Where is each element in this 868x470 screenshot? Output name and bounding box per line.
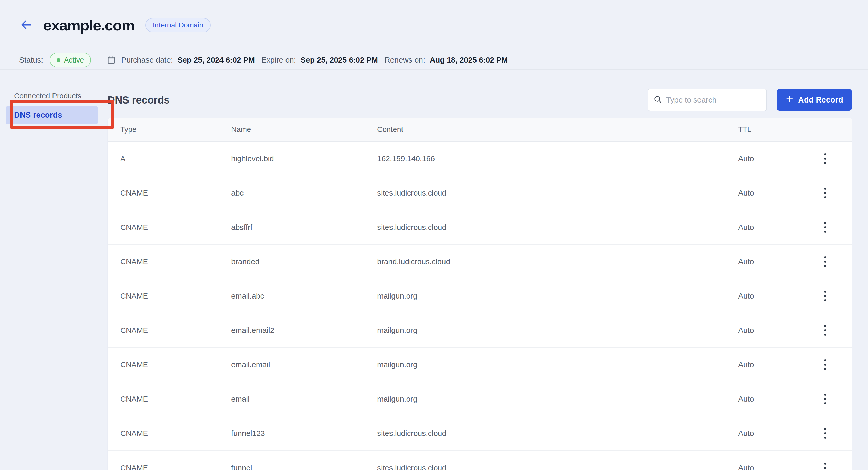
cell-name: funnel	[231, 464, 377, 470]
table-row: CNAME email.abc mailgun.org Auto	[107, 279, 852, 314]
cell-name: absffrf	[231, 223, 377, 232]
search-box	[648, 89, 767, 111]
cell-content: mailgun.org	[377, 292, 738, 300]
cell-actions	[809, 459, 841, 470]
cell-ttl: Auto	[738, 326, 809, 335]
main-panel: DNS records	[107, 70, 868, 470]
search-input[interactable]	[666, 96, 765, 104]
status-dot-icon	[57, 58, 60, 62]
cell-type: CNAME	[107, 395, 231, 403]
purchase-date-value: Sep 25, 2024 6:02 PM	[178, 56, 255, 64]
cell-name: email.abc	[231, 292, 377, 300]
status-label: Status:	[19, 56, 43, 64]
cell-name: branded	[231, 257, 377, 266]
column-header-name: Name	[231, 125, 377, 134]
cell-ttl: Auto	[738, 188, 809, 197]
cell-ttl: Auto	[738, 257, 809, 266]
cell-actions	[809, 424, 841, 442]
purchase-date-label: Purchase date:	[121, 56, 173, 64]
table-controls: Add Record	[648, 89, 852, 111]
section-title: DNS records	[107, 94, 169, 106]
sidebar-item-label: DNS records	[14, 111, 62, 120]
main-header: DNS records	[107, 88, 852, 112]
cell-ttl: Auto	[738, 292, 809, 300]
page-header: example.com Internal Domain	[0, 0, 868, 35]
table-body: A highlevel.bid 162.159.140.166 Auto CNA…	[107, 142, 852, 470]
cell-content: sites.ludicrous.cloud	[377, 429, 738, 438]
cell-name: email.email2	[231, 326, 377, 335]
kebab-menu-icon[interactable]	[820, 184, 830, 202]
table-row: CNAME branded brand.ludicrous.cloud Auto	[107, 245, 852, 279]
cell-actions	[809, 356, 841, 374]
search-icon	[654, 95, 662, 105]
domain-detail-page: example.com Internal Domain Status: Acti…	[0, 0, 868, 470]
cell-ttl: Auto	[738, 360, 809, 369]
cell-actions	[809, 321, 841, 339]
cell-name: funnel123	[231, 429, 377, 438]
add-record-button-label: Add Record	[798, 95, 843, 105]
cell-type: CNAME	[107, 188, 231, 197]
kebab-menu-icon[interactable]	[820, 253, 830, 271]
cell-type: CNAME	[107, 257, 231, 266]
kebab-menu-icon[interactable]	[820, 218, 830, 236]
cell-content: 162.159.140.166	[377, 154, 738, 163]
expire-date-value: Sep 25, 2025 6:02 PM	[301, 56, 378, 64]
cell-content: sites.ludicrous.cloud	[377, 464, 738, 470]
cell-type: CNAME	[107, 464, 231, 470]
content-layout: Connected Products DNS records DNS recor…	[0, 70, 868, 470]
cell-actions	[809, 218, 841, 236]
cell-content: mailgun.org	[377, 360, 738, 369]
cell-name: highlevel.bid	[231, 154, 377, 163]
kebab-menu-icon[interactable]	[820, 390, 830, 408]
kebab-menu-icon[interactable]	[820, 459, 830, 470]
back-button[interactable]	[19, 18, 34, 32]
cell-type: CNAME	[107, 292, 231, 300]
cell-content: mailgun.org	[377, 395, 738, 403]
kebab-menu-icon[interactable]	[820, 356, 830, 374]
cell-name: email	[231, 395, 377, 403]
expire-date-label: Expire on:	[261, 56, 296, 64]
sidebar-item-dns-records[interactable]: DNS records	[6, 106, 98, 124]
table-row: CNAME email mailgun.org Auto	[107, 382, 852, 416]
status-badge: Active	[50, 53, 91, 67]
table-row: CNAME funnel123 sites.ludicrous.cloud Au…	[107, 416, 852, 451]
cell-ttl: Auto	[738, 429, 809, 438]
cell-actions	[809, 287, 841, 305]
cell-actions	[809, 253, 841, 271]
cell-type: CNAME	[107, 360, 231, 369]
cell-ttl: Auto	[738, 464, 809, 470]
cell-ttl: Auto	[738, 223, 809, 232]
sidebar-heading: Connected Products	[0, 92, 107, 100]
cell-type: CNAME	[107, 223, 231, 232]
renews-date-value: Aug 18, 2025 6:02 PM	[430, 56, 508, 64]
cell-content: sites.ludicrous.cloud	[377, 188, 738, 197]
kebab-menu-icon[interactable]	[820, 424, 830, 442]
table-header-row: Type Name Content TTL	[107, 118, 852, 142]
table-row: CNAME email.email mailgun.org Auto	[107, 348, 852, 382]
add-record-button[interactable]: Add Record	[777, 89, 852, 111]
cell-content: sites.ludicrous.cloud	[377, 223, 738, 232]
renews-date-label: Renews on:	[384, 56, 425, 64]
kebab-menu-icon[interactable]	[820, 321, 830, 339]
cell-actions	[809, 184, 841, 202]
kebab-menu-icon[interactable]	[820, 150, 830, 168]
table-row: CNAME funnel sites.ludicrous.cloud Auto	[107, 451, 852, 470]
domain-type-badge: Internal Domain	[146, 18, 211, 32]
cell-content: mailgun.org	[377, 326, 738, 335]
cell-content: brand.ludicrous.cloud	[377, 257, 738, 266]
divider	[99, 53, 99, 67]
status-bar: Status: Active Purchase date: Sep 25, 20…	[0, 50, 868, 70]
cell-actions	[809, 150, 841, 168]
table-row: CNAME abc sites.ludicrous.cloud Auto	[107, 176, 852, 210]
arrow-left-icon	[20, 18, 33, 32]
status-badge-text: Active	[64, 56, 84, 64]
sidebar: Connected Products DNS records	[0, 70, 107, 470]
cell-ttl: Auto	[738, 395, 809, 403]
kebab-menu-icon[interactable]	[820, 287, 830, 305]
column-header-content: Content	[377, 125, 738, 134]
cell-name: abc	[231, 188, 377, 197]
plus-icon	[785, 94, 794, 105]
dns-records-table: Type Name Content TTL A highlevel.bid 16…	[107, 118, 852, 470]
column-header-ttl: TTL	[738, 125, 809, 134]
page-title: example.com	[43, 17, 135, 34]
